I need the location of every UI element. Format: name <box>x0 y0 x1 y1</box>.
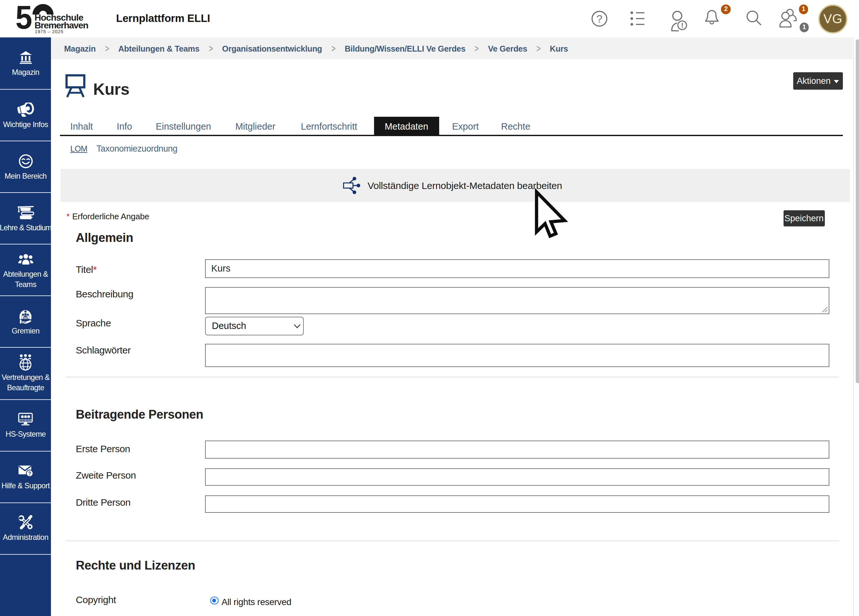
svg-text:!: ! <box>681 21 683 29</box>
svg-text:?: ? <box>596 13 602 25</box>
svg-text:5: 5 <box>16 0 32 36</box>
svg-text:1975 – 2025: 1975 – 2025 <box>35 29 64 34</box>
svg-text:?: ? <box>28 471 31 476</box>
